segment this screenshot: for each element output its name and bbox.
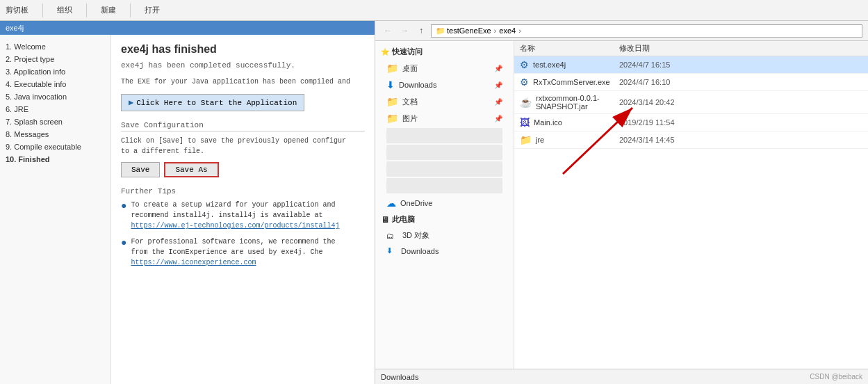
- status-items-count: Downloads: [381, 373, 418, 381]
- file-name-2: rxtxcommon-0.0.1-SNAPSHOT.jar: [536, 94, 619, 111]
- file-icon-0: ⚙: [520, 59, 529, 70]
- file-icon-2: ☕: [520, 97, 532, 108]
- tip-text-2: For professional software icons, we reco…: [131, 237, 335, 268]
- wizard-header-bar: exe4j: [0, 21, 375, 35]
- wizard-nav-item-8[interactable]: 8. Messages: [0, 128, 110, 141]
- nav-tree: ⭐快速访问📁桌面📌⬇Downloads📌📁文档📌📁图片📌☁OneDrive🖥此电…: [375, 41, 514, 369]
- wizard-nav-item-6[interactable]: 6. JRE: [0, 103, 110, 115]
- file-name-cell-2: ☕ rxtxcommon-0.0.1-SNAPSHOT.jar: [520, 94, 619, 111]
- file-name-cell-0: ⚙ test.exe4j: [520, 59, 619, 70]
- file-name-4: jre: [536, 136, 544, 144]
- file-name-cell-4: 📁 jre: [520, 134, 619, 145]
- file-name-1: RxTxCommServer.exe: [533, 78, 610, 86]
- save-buttons-row: Save Save As: [121, 162, 365, 177]
- save-button[interactable]: Save: [121, 162, 160, 177]
- col-name: 名称: [520, 43, 619, 54]
- file-icon-4: 📁: [520, 134, 532, 145]
- col-date: 修改日期: [619, 43, 723, 54]
- nav-blurred-item-1: [386, 145, 502, 160]
- quick-access-header[interactable]: ⭐快速访问: [375, 44, 514, 60]
- pc-header[interactable]: 🖥此电脑: [375, 211, 514, 227]
- breadcrumb-folder-icon: 📁: [436, 26, 445, 35]
- wizard-nav-item-9[interactable]: 9. Compile executable: [0, 141, 110, 153]
- file-list-header: 名称 修改日期: [514, 41, 868, 56]
- back-button[interactable]: ←: [381, 24, 395, 38]
- file-icon-1: ⚙: [520, 77, 529, 88]
- wizard-subtitle: exe4j has been completed successfully.: [121, 61, 365, 70]
- toolbar-open-label: 打开: [145, 5, 160, 15]
- toolbar-sep-3: [130, 3, 131, 17]
- wizard-nav-item-5[interactable]: 5. Java invocation: [0, 90, 110, 103]
- nav-blurred-item-0: [386, 128, 502, 143]
- file-date-3: 2019/2/19 11:54: [619, 118, 723, 127]
- file-row-3[interactable]: 🖼 Main.ico 2019/2/19 11:54: [514, 114, 868, 131]
- file-row-4[interactable]: 📁 jre 2024/3/14 14:45: [514, 131, 868, 149]
- breadcrumb-path: 📁 testGeneExe › exe4 ›: [431, 24, 862, 38]
- breadcrumb-sep-2: ›: [518, 26, 521, 35]
- nav-onedrive[interactable]: ☁OneDrive: [375, 195, 514, 211]
- toolbar-clipboard-label: 剪切板: [6, 5, 28, 15]
- file-row-2[interactable]: ☕ rxtxcommon-0.0.1-SNAPSHOT.jar 2024/3/1…: [514, 91, 868, 114]
- wizard-nav-item-4[interactable]: 4. Executable info: [0, 78, 110, 90]
- file-date-2: 2024/3/14 20:42: [619, 98, 723, 106]
- toolbar-clipboard: 剪切板: [6, 5, 28, 15]
- play-icon: ▶: [129, 97, 133, 108]
- wizard-nav-item-3[interactable]: 3. Application info: [0, 65, 110, 78]
- nav-pc-item-0[interactable]: 🗂3D 对象: [375, 227, 514, 243]
- tip-bullet-2: ●: [121, 236, 126, 268]
- toolbar-open: 打开: [145, 5, 160, 15]
- file-icon-3: 🖼: [520, 117, 530, 128]
- wizard-body: 1. Welcome2. Project type3. Application …: [0, 35, 375, 384]
- wizard-panel: exe4j 1. Welcome2. Project type3. Applic…: [0, 21, 375, 384]
- file-row-1[interactable]: ⚙ RxTxCommServer.exe 2024/4/7 16:10: [514, 74, 868, 91]
- wizard-desc: The EXE for your Java application has be…: [121, 77, 365, 87]
- wizard-title: exe4j has finished: [121, 43, 365, 56]
- nav-pc-item-1[interactable]: ⬇Downloads: [375, 243, 514, 258]
- breadcrumb-part-1[interactable]: testGeneExe: [447, 26, 491, 35]
- file-name-cell-1: ⚙ RxTxCommServer.exe: [520, 77, 619, 88]
- breadcrumb-sep-1: ›: [494, 26, 497, 35]
- forward-button[interactable]: →: [398, 24, 411, 38]
- file-row-0[interactable]: ⚙ test.exe4j 2024/4/7 16:15: [514, 56, 868, 74]
- status-bar: Downloads CSDN @beiback: [375, 369, 868, 384]
- toolbar-new: 新建: [101, 5, 116, 15]
- file-name-0: test.exe4j: [533, 61, 566, 69]
- toolbar-organize-label: 组织: [57, 5, 72, 15]
- save-desc: Click on [Save] to save the previously o…: [121, 136, 365, 157]
- tip-item-2: ● For professional software icons, we re…: [121, 237, 365, 268]
- save-config-section-title: Save Configuration: [121, 121, 365, 131]
- start-app-label: Click Here to Start the Application: [136, 99, 297, 107]
- csdn-watermark: CSDN @beiback: [810, 373, 862, 381]
- file-name-cell-3: 🖼 Main.ico: [520, 117, 619, 128]
- file-name-3: Main.ico: [534, 118, 562, 127]
- explorer-panel: ← → ↑ 📁 testGeneExe › exe4 › ⭐快速访问📁桌面📌⬇D…: [375, 21, 868, 384]
- nav-tree-item-1[interactable]: ⬇Downloads📌: [375, 77, 514, 93]
- nav-tree-item-0[interactable]: 📁桌面📌: [375, 60, 514, 77]
- wizard-nav-item-10[interactable]: 10. Finished: [0, 153, 110, 166]
- tip-item-1: ● To create a setup wizard for your appl…: [121, 200, 365, 231]
- file-date-0: 2024/4/7 16:15: [619, 61, 723, 69]
- file-date-4: 2024/3/14 14:45: [619, 136, 723, 144]
- explorer-content: ⭐快速访问📁桌面📌⬇Downloads📌📁文档📌📁图片📌☁OneDrive🖥此电…: [375, 41, 868, 369]
- tip-text-1: To create a setup wizard for your applic…: [131, 200, 339, 231]
- tip-link-1[interactable]: https://www.ej-technologies.com/products…: [131, 222, 339, 230]
- save-as-button[interactable]: Save As: [164, 162, 218, 177]
- address-bar: ← → ↑ 📁 testGeneExe › exe4 ›: [375, 21, 868, 41]
- nav-tree-item-3[interactable]: 📁图片📌: [375, 110, 514, 127]
- wizard-nav-item-1[interactable]: 1. Welcome: [0, 40, 110, 53]
- breadcrumb-part-2[interactable]: exe4: [499, 26, 516, 35]
- main-container: exe4j 1. Welcome2. Project type3. Applic…: [0, 21, 868, 384]
- further-tips-title: Further Tips: [121, 187, 365, 195]
- wizard-nav-item-7[interactable]: 7. Splash screen: [0, 115, 110, 128]
- file-rows-container: ⚙ test.exe4j 2024/4/7 16:15 ⚙ RxTxCommSe…: [514, 56, 868, 149]
- wizard-app-title: exe4j: [6, 24, 24, 32]
- file-list: 名称 修改日期 ⚙ test.exe4j 2024/4/7 16:15 ⚙ Rx…: [514, 41, 868, 369]
- tip-link-2[interactable]: https://www.iconexperience.com: [131, 259, 256, 266]
- wizard-nav-item-2[interactable]: 2. Project type: [0, 53, 110, 65]
- start-app-button[interactable]: ▶ Click Here to Start the Application: [121, 94, 304, 111]
- nav-tree-item-2[interactable]: 📁文档📌: [375, 93, 514, 110]
- toolbar-organize: 组织: [57, 5, 72, 15]
- up-button[interactable]: ↑: [414, 24, 428, 38]
- wizard-content: exe4j has finished exe4j has been comple…: [111, 35, 375, 384]
- toolbar-sep-2: [86, 3, 87, 17]
